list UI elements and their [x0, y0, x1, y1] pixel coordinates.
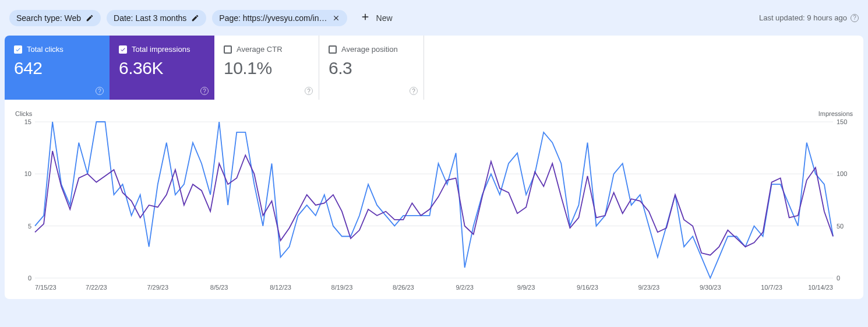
help-icon[interactable]: ? [851, 14, 859, 22]
help-icon[interactable]: ? [200, 87, 209, 95]
filter-page[interactable]: Page: https://yvesyu.com/in… [212, 10, 347, 26]
svg-text:150: 150 [837, 118, 847, 125]
metric-value: 6.3 [329, 58, 414, 78]
metric-total-clicks[interactable]: Total clicks 642 ? [5, 36, 110, 100]
right-axis-title: Impressions [818, 110, 853, 117]
filter-search-type-label: Search type: Web [16, 13, 81, 23]
new-filter-button[interactable]: New [353, 8, 400, 27]
svg-text:100: 100 [837, 170, 847, 177]
last-updated-text: Last updated: 9 hours ago [759, 13, 847, 22]
svg-text:9/2/23: 9/2/23 [456, 284, 474, 291]
pencil-icon [191, 14, 199, 22]
svg-text:0: 0 [837, 275, 840, 282]
metric-total-impressions[interactable]: Total impressions 6.36K ? [110, 36, 214, 100]
metric-value: 642 [14, 58, 100, 78]
svg-text:9/23/23: 9/23/23 [638, 284, 659, 291]
svg-text:8/5/23: 8/5/23 [210, 284, 228, 291]
svg-text:10: 10 [24, 170, 31, 177]
chart-svg: 0510150501001507/15/237/22/237/29/238/5/… [15, 118, 853, 293]
metric-label: Total clicks [27, 45, 63, 54]
svg-text:0: 0 [28, 275, 31, 282]
svg-text:8/19/23: 8/19/23 [331, 284, 353, 291]
checkbox-checked-icon [14, 45, 22, 54]
filter-date[interactable]: Date: Last 3 months [107, 10, 206, 26]
last-updated: Last updated: 9 hours ago ? [759, 13, 859, 22]
metric-tabs: Total clicks 642 ? Total impressions 6.3… [5, 36, 863, 100]
close-icon[interactable] [332, 14, 340, 22]
help-icon[interactable]: ? [305, 87, 313, 95]
filter-page-label: Page: https://yvesyu.com/in… [219, 13, 327, 23]
filter-search-type[interactable]: Search type: Web [9, 10, 101, 26]
metric-value: 6.36K [119, 58, 205, 78]
performance-card: Total clicks 642 ? Total impressions 6.3… [5, 36, 863, 299]
left-axis-title: Clicks [15, 110, 32, 117]
svg-text:5: 5 [28, 223, 31, 230]
metric-average-position[interactable]: Average position 6.3 ? [319, 36, 424, 100]
metric-value: 10.1% [224, 58, 309, 78]
svg-text:10/14/23: 10/14/23 [808, 284, 833, 291]
filter-date-label: Date: Last 3 months [114, 13, 186, 23]
help-icon[interactable]: ? [410, 87, 418, 95]
metric-label: Average CTR [237, 45, 283, 54]
plus-icon [360, 12, 371, 24]
metric-average-ctr[interactable]: Average CTR 10.1% ? [214, 36, 319, 100]
svg-text:9/16/23: 9/16/23 [577, 284, 598, 291]
svg-text:15: 15 [24, 118, 31, 125]
svg-text:7/22/23: 7/22/23 [86, 284, 107, 291]
svg-text:9/30/23: 9/30/23 [700, 284, 721, 291]
svg-text:8/12/23: 8/12/23 [270, 284, 291, 291]
checkbox-unchecked-icon [224, 45, 232, 54]
metric-label: Average position [341, 45, 398, 54]
chart-area: Clicks Impressions 0510150501001507/15/2… [5, 100, 863, 299]
svg-text:9/9/23: 9/9/23 [517, 284, 535, 291]
svg-text:10/7/23: 10/7/23 [761, 284, 782, 291]
new-filter-label: New [376, 13, 393, 23]
filter-toolbar: Search type: Web Date: Last 3 months Pag… [0, 0, 868, 36]
svg-text:7/29/23: 7/29/23 [147, 284, 168, 291]
help-icon[interactable]: ? [96, 87, 104, 95]
checkbox-checked-icon [119, 45, 127, 54]
metric-label: Total impressions [132, 45, 190, 54]
checkbox-unchecked-icon [329, 45, 337, 54]
pencil-icon [86, 14, 94, 22]
svg-text:8/26/23: 8/26/23 [393, 284, 414, 291]
svg-text:7/15/23: 7/15/23 [35, 284, 57, 291]
svg-text:50: 50 [837, 223, 844, 230]
